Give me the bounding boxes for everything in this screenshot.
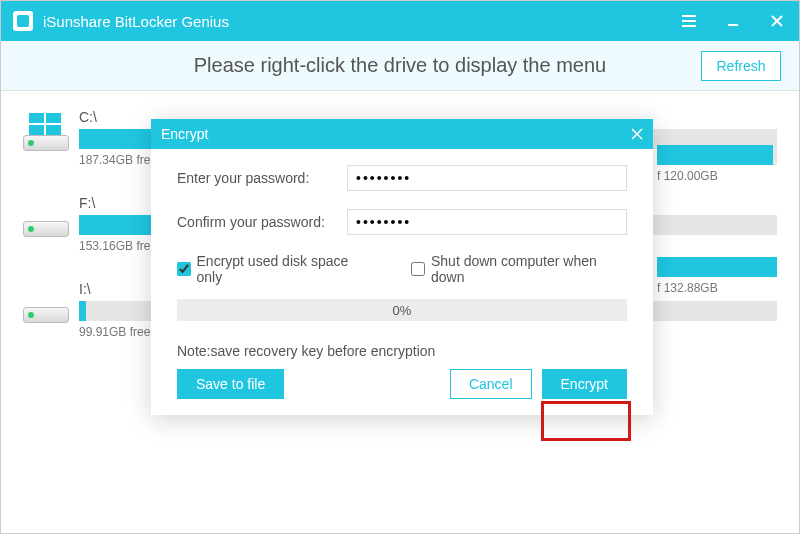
checkbox-label: Shut down computer when down (431, 253, 627, 285)
checkbox-icon[interactable] (411, 262, 425, 276)
confirm-password-input[interactable] (347, 209, 627, 235)
encrypt-used-only-checkbox[interactable]: Encrypt used disk space only (177, 253, 371, 285)
confirm-password-label: Confirm your password: (177, 214, 347, 230)
shutdown-when-done-checkbox[interactable]: Shut down computer when down (411, 253, 627, 285)
note-text: Note:save recovery key before encryption (177, 343, 627, 359)
encrypt-button[interactable]: Encrypt (542, 369, 627, 399)
password-input[interactable] (347, 165, 627, 191)
dialog-titlebar: Encrypt (151, 119, 653, 149)
dialog-close-button[interactable] (631, 125, 643, 143)
save-to-file-button[interactable]: Save to file (177, 369, 284, 399)
checkbox-label: Encrypt used disk space only (197, 253, 372, 285)
cancel-button[interactable]: Cancel (450, 369, 532, 399)
dialog-title: Encrypt (161, 126, 208, 142)
encrypt-dialog: Encrypt Enter your password: Confirm you… (151, 119, 653, 415)
progress-bar: 0% (177, 299, 627, 321)
app-window: iSunshare BitLocker Genius Please right-… (0, 0, 800, 534)
modal-overlay: Encrypt Enter your password: Confirm you… (1, 1, 799, 533)
checkbox-icon[interactable] (177, 262, 191, 276)
close-icon (631, 128, 643, 140)
enter-password-label: Enter your password: (177, 170, 347, 186)
progress-text: 0% (393, 303, 412, 318)
